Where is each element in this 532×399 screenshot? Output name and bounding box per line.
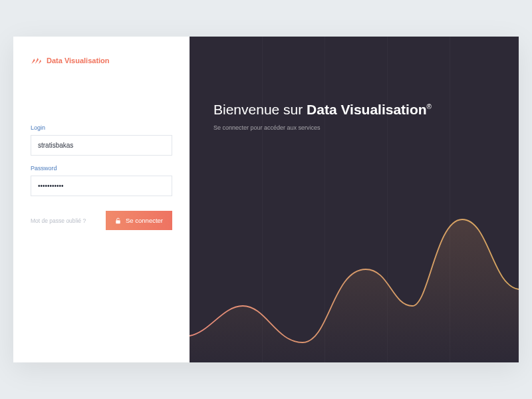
- unlock-icon: [115, 217, 121, 224]
- brand-logo-icon: [31, 55, 41, 66]
- hero-subtitle: Se connecter pour accéder aux services: [213, 124, 519, 131]
- password-label: Password: [31, 165, 172, 172]
- hero-title-prefix: Bienvenue sur: [213, 102, 307, 117]
- login-panel: Data Visualisation Login Password Mot de…: [13, 37, 190, 362]
- brand: Data Visualisation: [31, 55, 172, 66]
- decorative-wave: [190, 176, 519, 362]
- password-field-group: Password: [31, 165, 172, 196]
- hero: Bienvenue sur Data Visualisation® Se con…: [190, 37, 519, 131]
- login-button[interactable]: Se connecter: [106, 211, 172, 230]
- brand-name: Data Visualisation: [47, 57, 110, 65]
- login-button-label: Se connecter: [126, 217, 163, 224]
- hero-panel: Bienvenue sur Data Visualisation® Se con…: [190, 37, 519, 362]
- login-label: Login: [31, 124, 172, 131]
- login-field-group: Login: [31, 124, 172, 156]
- forgot-password-link[interactable]: Mot de passe oublié ?: [31, 217, 86, 224]
- app-container: Data Visualisation Login Password Mot de…: [13, 37, 519, 362]
- hero-title-suffix: ®: [427, 103, 432, 110]
- hero-title: Bienvenue sur Data Visualisation®: [213, 102, 519, 118]
- hero-title-strong: Data Visualisation: [307, 102, 427, 117]
- svg-rect-0: [116, 220, 120, 223]
- form-actions: Mot de passe oublié ? Se connecter: [31, 211, 172, 230]
- password-input[interactable]: [31, 176, 172, 196]
- login-input[interactable]: [31, 135, 172, 156]
